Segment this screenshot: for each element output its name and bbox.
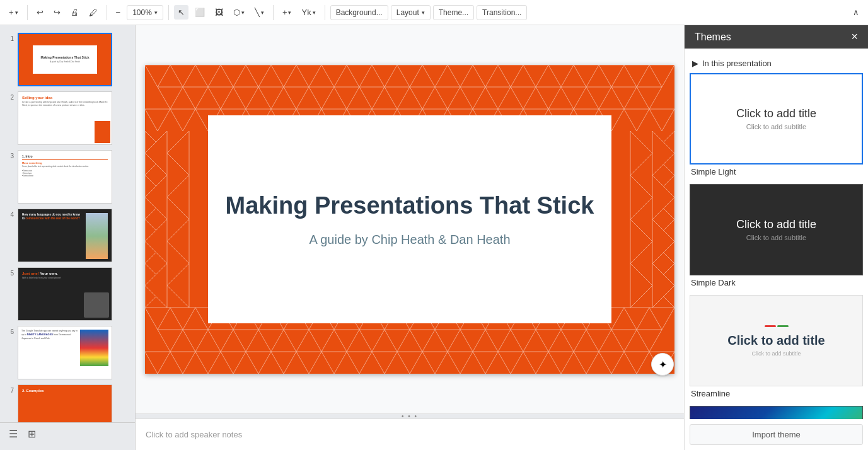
theme-preview-title-dark: Click to add title: [736, 218, 816, 231]
svg-marker-63: [170, 308, 195, 330]
notes-area[interactable]: Click to add speaker notes: [136, 418, 684, 450]
svg-marker-146: [630, 219, 652, 263]
layout-button[interactable]: Layout ▾: [391, 5, 431, 20]
slide-canvas-wrapper[interactable]: Making Presentations That Stick A guide …: [136, 25, 684, 413]
slide-item[interactable]: 4 How many languages do you need to know…: [0, 206, 135, 265]
paint-format-button[interactable]: 🖊: [85, 5, 101, 20]
slide-number: 6: [5, 328, 14, 335]
notes-placeholder[interactable]: Click to add speaker notes: [146, 430, 242, 439]
svg-marker-12: [448, 65, 473, 87]
streamline-bars: [765, 325, 789, 327]
slide-panel: 1 Making Presentations That Stick A guid…: [0, 25, 136, 450]
transition-label: Transition...: [482, 8, 521, 17]
divider-3: [168, 5, 169, 20]
svg-marker-29: [359, 87, 385, 109]
svg-marker-135: [167, 263, 189, 308]
slide-content-box[interactable]: Making Presentations That Stick A guide …: [208, 115, 611, 323]
slide-number: 7: [5, 387, 14, 394]
svg-marker-35: [511, 87, 536, 109]
svg-marker-82: [649, 308, 674, 330]
svg-marker-36: [536, 87, 561, 109]
themes-body: ▶ In this presentation Click to add titl…: [685, 49, 868, 419]
svg-marker-90: [334, 330, 359, 352]
svg-marker-14: [498, 65, 523, 87]
ai-assist-button[interactable]: ✦: [651, 353, 674, 376]
svg-marker-60: [624, 109, 649, 131]
insert-button[interactable]: + ▾: [279, 5, 296, 20]
svg-marker-30: [385, 87, 410, 109]
slide-number: 2: [5, 94, 14, 101]
collapse-handle[interactable]: • • •: [136, 413, 684, 418]
in-this-presentation-header[interactable]: ▶ In this presentation: [690, 54, 863, 73]
sparkle-icon: ✦: [659, 359, 667, 371]
slide-item[interactable]: 3 1. Intro Mave something Some placehold…: [0, 147, 135, 206]
line-button[interactable]: ╲ ▾: [251, 5, 268, 20]
svg-marker-91: [359, 330, 385, 352]
slide-thumbnail: Just one! Your own. With a little help f…: [18, 267, 112, 321]
text-box-button[interactable]: ⬜: [191, 5, 209, 20]
text-chevron: ▾: [313, 9, 316, 16]
zoom-dropdown[interactable]: 100% ▾: [127, 5, 163, 20]
add-slide-button[interactable]: + ▾: [5, 5, 22, 20]
svg-marker-122: [624, 352, 649, 374]
section-label: In this presentation: [702, 59, 772, 68]
grid-view-button[interactable]: ⊞: [24, 425, 40, 442]
svg-marker-38: [586, 87, 611, 109]
image-button[interactable]: 🖼: [211, 5, 227, 20]
import-theme-button[interactable]: Import theme: [690, 424, 863, 445]
svg-marker-132: [167, 131, 189, 175]
text-style-button[interactable]: Yk ▾: [298, 5, 319, 20]
themes-panel-title: Themes: [695, 32, 731, 43]
svg-marker-88: [284, 330, 309, 352]
svg-marker-42: [170, 109, 195, 131]
background-button[interactable]: Background...: [330, 5, 388, 20]
svg-marker-85: [208, 330, 233, 352]
svg-marker-101: [611, 330, 637, 352]
collapse-toolbar-button[interactable]: ∧: [849, 5, 863, 20]
zoom-out-button[interactable]: −: [112, 5, 125, 20]
theme-button[interactable]: Theme...: [433, 5, 474, 20]
svg-marker-120: [574, 352, 599, 374]
svg-marker-114: [422, 352, 448, 374]
canvas-area: Making Presentations That Stick A guide …: [136, 25, 684, 450]
print-button[interactable]: 🖨: [67, 5, 83, 20]
svg-marker-103: [145, 352, 170, 374]
svg-marker-27: [309, 87, 334, 109]
theme-item-simple-dark: Click to add title Click to add subtitle…: [690, 184, 863, 290]
slide-item[interactable]: 1 Making Presentations That Stick A guid…: [0, 30, 135, 89]
svg-marker-37: [561, 87, 586, 109]
transition-button[interactable]: Transition...: [477, 5, 527, 20]
svg-marker-16: [548, 65, 574, 87]
svg-marker-87: [258, 330, 284, 352]
undo-button[interactable]: ↩: [33, 5, 47, 20]
svg-marker-31: [410, 87, 435, 109]
svg-marker-115: [448, 352, 473, 374]
svg-marker-2: [195, 65, 221, 87]
slide-number: 1: [5, 35, 14, 42]
cursor-tool-button[interactable]: ↖: [174, 5, 188, 20]
slide-thumbnail: The Google Translate app can repeat anyt…: [18, 326, 112, 379]
svg-marker-8: [347, 65, 372, 87]
slide-item[interactable]: 2 Selling your idea Create a partnership…: [0, 89, 135, 147]
zoom-chevron: ▾: [154, 9, 158, 16]
slide-item[interactable]: 5 Just one! Your own. With a little help…: [0, 265, 135, 323]
theme-preview-streamline[interactable]: Click to add title Click to add subtitle: [690, 295, 863, 386]
redo-button[interactable]: ↪: [50, 5, 64, 20]
svg-marker-3: [221, 65, 246, 87]
shapes-button[interactable]: ⬡ ▾: [229, 5, 248, 20]
svg-marker-21: [158, 87, 183, 109]
layout-chevron: ▾: [422, 9, 425, 16]
themes-close-button[interactable]: ×: [851, 30, 858, 43]
list-view-button[interactable]: ☰: [5, 425, 21, 442]
plus-icon: +: [9, 8, 14, 17]
svg-marker-10: [397, 65, 422, 87]
svg-marker-61: [649, 109, 674, 131]
slide-item[interactable]: 6 The Google Translate app can repeat an…: [0, 323, 135, 382]
theme-preview-4[interactable]: Click to add title: [690, 406, 863, 419]
svg-marker-28: [334, 87, 359, 109]
theme-preview-simple-light[interactable]: Click to add title Click to add subtitle: [690, 73, 863, 164]
slide-panel-bottom-bar: ☰ ⊞: [0, 422, 135, 445]
theme-preview-simple-dark[interactable]: Click to add title Click to add subtitle: [690, 184, 863, 275]
slide-number: 4: [5, 211, 14, 218]
slide-title: Making Presentations That Stick: [226, 192, 594, 221]
